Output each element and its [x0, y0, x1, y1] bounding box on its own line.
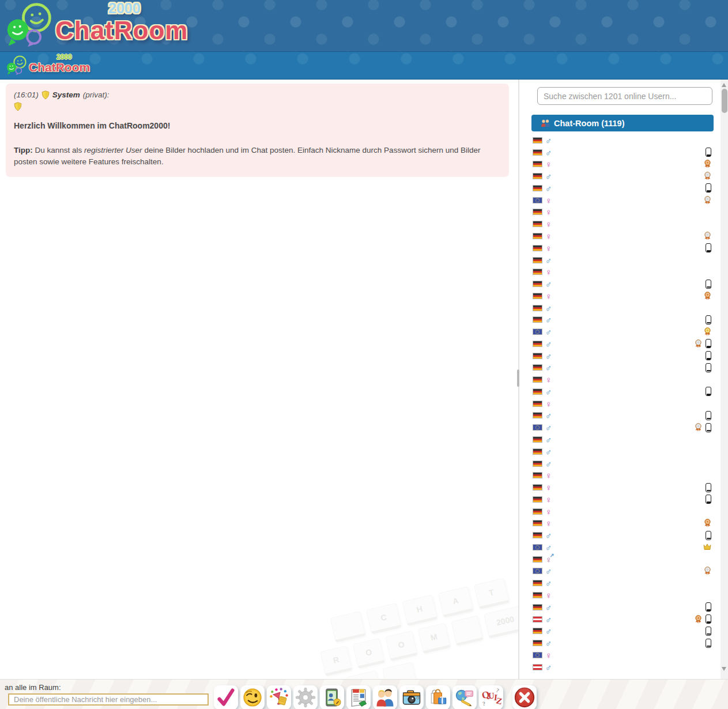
medal-bronze-icon: [704, 292, 711, 300]
user-row[interactable]: ♂: [533, 338, 715, 350]
user-row[interactable]: ♂: [533, 146, 715, 159]
user-row[interactable]: ♂: [533, 565, 715, 578]
user-row[interactable]: ♂: [533, 386, 715, 398]
user-row[interactable]: ♀: [533, 506, 715, 518]
user-row[interactable]: ♂: [533, 458, 715, 470]
message-input[interactable]: [8, 693, 209, 706]
user-row[interactable]: ♀: [533, 266, 715, 278]
user-row[interactable]: ♀: [533, 242, 715, 254]
user-row[interactable]: ♀: [533, 194, 715, 206]
de-flag-icon: [533, 448, 542, 455]
news-button[interactable]: [346, 685, 371, 709]
friends-button[interactable]: [373, 685, 397, 709]
user-row[interactable]: ♀: [533, 206, 715, 218]
settings-gear-icon: [295, 687, 316, 708]
user-row[interactable]: ♀: [533, 159, 715, 171]
message-time: (16:01): [14, 89, 39, 101]
user-row[interactable]: ♂: [533, 350, 715, 362]
games-button[interactable]: [267, 685, 291, 709]
user-row[interactable]: ♂: [533, 410, 715, 422]
de-flag-icon: [533, 281, 542, 287]
photos-button[interactable]: [399, 685, 424, 709]
user-row[interactable]: ♀: [533, 374, 715, 386]
user-row[interactable]: ♀: [533, 230, 715, 242]
male-icon: ♂: [545, 615, 556, 624]
eu-flag-icon: [533, 424, 542, 431]
profile-button[interactable]: [320, 685, 344, 709]
scrollbar-thumb[interactable]: [722, 89, 727, 113]
user-row[interactable]: ♂: [533, 362, 715, 374]
forum-button[interactable]: [452, 685, 477, 709]
panel-resize-handle[interactable]: [517, 369, 519, 387]
shop-button[interactable]: [426, 685, 450, 709]
user-row[interactable]: ♂: [533, 254, 715, 266]
user-row[interactable]: ♂: [533, 421, 715, 433]
user-search-input[interactable]: [537, 87, 712, 105]
de-flag-icon: [533, 269, 542, 275]
room-title: Chat-Room (1119): [554, 119, 624, 128]
user-row[interactable]: ♂: [533, 637, 715, 649]
logo-year: 2000: [56, 53, 72, 61]
user-row[interactable]: ♂: [533, 613, 715, 625]
user-row[interactable]: ♀: [533, 649, 715, 661]
mobile-user-icon: [706, 339, 711, 348]
smileys-button[interactable]: [240, 685, 265, 709]
user-row[interactable]: ♀: [533, 469, 715, 481]
shield-icon: [14, 102, 22, 111]
mobile-user-icon: [706, 315, 711, 325]
mobile-user-icon: [706, 183, 711, 193]
user-row[interactable]: ♂: [533, 577, 715, 589]
de-flag-icon: [533, 472, 542, 478]
logo-text: ChatRoom: [55, 16, 188, 44]
user-badges: [706, 183, 711, 193]
watermark-key: [451, 615, 484, 646]
user-badges: [706, 602, 711, 612]
user-row[interactable]: ♂: [533, 170, 715, 182]
user-row[interactable]: ♂: [533, 182, 715, 194]
quiz-button[interactable]: QUIZ ??: [479, 685, 503, 709]
user-badges: [695, 614, 711, 624]
user-row[interactable]: ♂: [533, 541, 715, 553]
settings-button[interactable]: [293, 685, 318, 709]
send-button[interactable]: [214, 685, 238, 709]
user-row[interactable]: ♀: [533, 398, 715, 410]
male-icon: ♂: [545, 136, 556, 145]
user-row[interactable]: ♂: [533, 326, 715, 338]
de-flag-icon: [533, 364, 542, 371]
de-flag-icon: [533, 305, 542, 311]
user-row[interactable]: ♀: [533, 481, 715, 493]
female-icon: ♀: [545, 483, 556, 492]
watermark-key: H: [402, 594, 438, 626]
user-row[interactable]: ♀: [533, 518, 715, 530]
male-icon: ♂: [545, 603, 556, 612]
user-row[interactable]: ♀: [533, 493, 715, 506]
user-row[interactable]: ♂: [533, 278, 715, 290]
watermark-key: C: [366, 603, 402, 635]
mobile-user-icon: [706, 495, 711, 504]
user-badges: [706, 315, 711, 325]
user-row[interactable]: ♀: [533, 218, 715, 230]
room-header[interactable]: Chat-Room (1119): [531, 115, 714, 131]
user-row[interactable]: ♂: [533, 446, 715, 458]
female-icon: ♀: [545, 232, 556, 240]
user-row[interactable]: ♂: [533, 661, 715, 673]
sidebar-scrollbar[interactable]: [721, 80, 728, 679]
user-row[interactable]: ♂: [533, 601, 715, 613]
user-row[interactable]: ♂: [533, 134, 715, 146]
user-row[interactable]: ♀↗: [533, 553, 715, 565]
user-row[interactable]: ♀: [533, 589, 715, 601]
exit-icon: [513, 686, 536, 709]
user-row[interactable]: ♂: [533, 529, 715, 541]
user-row[interactable]: ♂: [533, 314, 715, 326]
scroll-down-icon[interactable]: [722, 667, 726, 671]
user-badges: [706, 148, 711, 157]
female-icon: ♀: [545, 160, 556, 168]
wink-smiley-icon: [242, 687, 263, 708]
user-row[interactable]: ♂: [533, 625, 715, 637]
exit-button[interactable]: [512, 685, 537, 709]
user-row[interactable]: ♂: [533, 302, 715, 314]
user-badges: [704, 292, 711, 300]
scroll-up-icon[interactable]: [722, 83, 726, 87]
user-row[interactable]: ♀: [533, 290, 715, 302]
user-row[interactable]: ♂: [533, 433, 715, 446]
